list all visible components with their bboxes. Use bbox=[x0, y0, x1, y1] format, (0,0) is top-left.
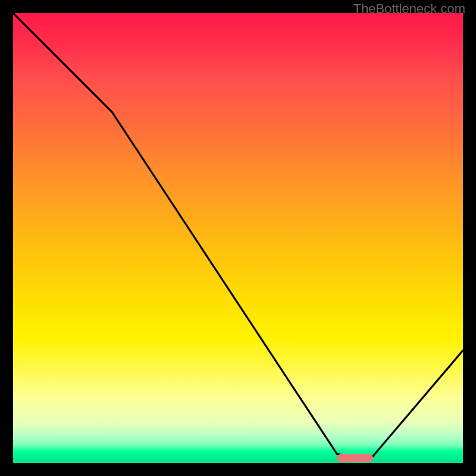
optimum-marker bbox=[337, 454, 372, 462]
chart-line-svg bbox=[13, 13, 463, 463]
bottleneck-curve-path bbox=[13, 13, 463, 458]
watermark-text: TheBottleneck.com bbox=[353, 1, 465, 17]
chart-plot-area bbox=[13, 13, 463, 463]
